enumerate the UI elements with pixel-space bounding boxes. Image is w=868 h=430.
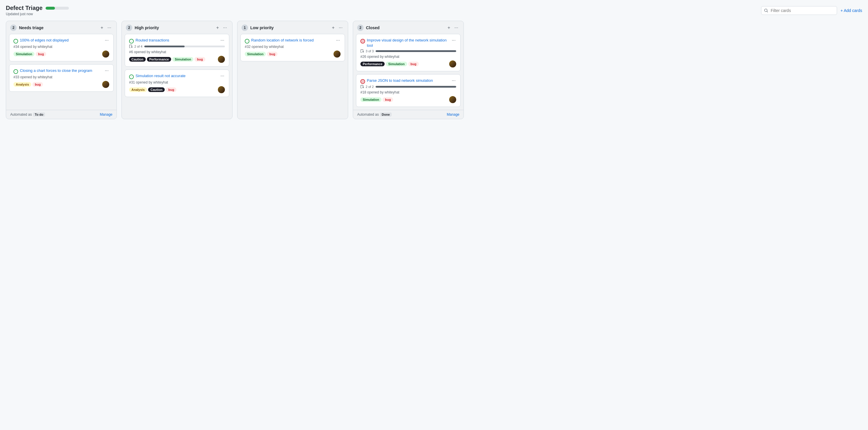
card-title[interactable]: Improve visual design of the network sim… xyxy=(367,38,451,48)
label-bug: bug xyxy=(408,62,419,66)
card-progress-row: 2 of 2 xyxy=(361,85,456,89)
card-header: Random location of network is forced ··· xyxy=(245,38,341,43)
card-icon xyxy=(245,38,249,43)
checklist-icon xyxy=(129,45,133,48)
header-title: Defect Triage xyxy=(6,5,69,11)
card-labels: CautionPerformanceSimulationbug xyxy=(129,57,205,62)
column-menu-button[interactable]: ··· xyxy=(453,25,459,31)
card-menu-button[interactable]: ··· xyxy=(451,38,456,43)
label-bug: bug xyxy=(36,52,46,56)
card-header: Closing a chart forces to close the prog… xyxy=(13,68,109,74)
card-meta: #6 opened by whiteyhat xyxy=(129,50,225,54)
app-container: Defect Triage Updated just now + Add car… xyxy=(0,0,868,125)
column-header: 2 Needs triage + ··· xyxy=(6,21,117,34)
column-needs-triage: 2 Needs triage + ··· 100% of edges not d… xyxy=(6,21,117,119)
card-menu-button[interactable]: ··· xyxy=(220,38,225,43)
card-meta: #26 opened by whiteyhat xyxy=(361,55,456,59)
card-header: 100% of edges not displayed ··· xyxy=(13,38,109,43)
column-menu-button[interactable]: ··· xyxy=(106,25,113,31)
card-title-row: Improve visual design of the network sim… xyxy=(361,38,451,48)
progress-fill xyxy=(376,86,456,88)
avatar xyxy=(218,86,225,93)
filter-input[interactable] xyxy=(761,6,837,15)
automated-badge: Done xyxy=(380,113,392,117)
column-header: 1 Low priority + ··· xyxy=(238,21,348,34)
avatar xyxy=(449,60,456,67)
card-header: Simulation result not accurate ··· xyxy=(129,73,225,79)
card-title[interactable]: Simulation result not accurate xyxy=(135,73,185,79)
avatar xyxy=(334,51,341,58)
column-footer: Automated asTo do Manage xyxy=(6,110,117,119)
card-item: Closing a chart forces to close the prog… xyxy=(9,64,114,92)
card-title[interactable]: Random location of network is forced xyxy=(251,38,314,43)
progress-text: 2 of 4 xyxy=(134,45,143,48)
card-title-row: Parse JSON to load network simulation xyxy=(361,78,433,84)
card-menu-button[interactable]: ··· xyxy=(220,73,225,79)
label-caution: Caution xyxy=(148,87,165,92)
card-item: Simulation result not accurate ··· #31 o… xyxy=(125,69,229,97)
card-menu-button[interactable]: ··· xyxy=(451,78,456,83)
add-cards-button[interactable]: + Add cards xyxy=(841,8,862,13)
checklist-icon xyxy=(361,85,364,89)
manage-link[interactable]: Manage xyxy=(100,113,113,117)
column-add-button[interactable]: + xyxy=(215,25,220,31)
card-icon xyxy=(361,79,365,84)
open-issue-icon xyxy=(129,39,134,43)
column-body: Random location of network is forced ···… xyxy=(238,34,348,119)
column-add-button[interactable]: + xyxy=(331,25,336,31)
card-title-row: Random location of network is forced xyxy=(245,38,314,43)
closed-issue-icon xyxy=(361,39,365,43)
card-meta: #31 opened by whiteyhat xyxy=(129,80,225,85)
card-item: Routed transactions ··· 2 of 4 #6 opened… xyxy=(125,34,229,67)
column-header-left: 2 Closed xyxy=(357,25,380,31)
column-header-left: 2 High priority xyxy=(126,25,159,31)
column-closed: 2 Closed + ··· Improve visual design of … xyxy=(353,21,464,119)
label-bug: bug xyxy=(194,57,205,62)
column-body: Improve visual design of the network sim… xyxy=(353,34,464,110)
card-footer: Simulationbug xyxy=(13,51,109,58)
manage-link[interactable]: Manage xyxy=(447,113,459,117)
card-title[interactable]: 100% of edges not displayed xyxy=(20,38,69,43)
card-menu-button[interactable]: ··· xyxy=(336,38,341,43)
avatar xyxy=(218,56,225,63)
board-subtitle: Updated just now xyxy=(6,12,69,16)
card-icon xyxy=(13,69,18,74)
card-footer: CautionPerformanceSimulationbug xyxy=(129,56,225,63)
column-body: Routed transactions ··· 2 of 4 #6 opened… xyxy=(122,34,232,119)
card-title[interactable]: Routed transactions xyxy=(135,38,169,43)
header-left: Defect Triage Updated just now xyxy=(6,5,69,16)
card-title-row: Simulation result not accurate xyxy=(129,73,185,79)
label-analysis: Analysis xyxy=(129,87,147,92)
card-labels: PerformanceSimulationbug xyxy=(361,62,419,66)
column-header-left: 2 Needs triage xyxy=(10,25,43,31)
card-title-row: Routed transactions xyxy=(129,38,169,43)
card-meta: #34 opened by whiteyhat xyxy=(13,45,109,49)
card-title[interactable]: Parse JSON to load network simulation xyxy=(367,78,433,83)
column-low-priority: 1 Low priority + ··· Random location of … xyxy=(237,21,348,119)
label-performance: Performance xyxy=(147,57,171,62)
card-progress-row: 3 of 3 xyxy=(361,49,456,53)
open-issue-icon xyxy=(129,74,134,79)
column-count: 2 xyxy=(10,25,17,31)
open-issue-icon xyxy=(245,39,249,43)
card-footer: Analysisbug xyxy=(13,81,109,88)
card-menu-button[interactable]: ··· xyxy=(104,38,109,43)
label-bug: bug xyxy=(32,82,43,87)
column-menu-button[interactable]: ··· xyxy=(222,25,228,31)
card-title[interactable]: Closing a chart forces to close the prog… xyxy=(20,68,92,73)
column-header-right: + ··· xyxy=(331,25,344,31)
board-title: Defect Triage xyxy=(6,5,43,11)
column-add-button[interactable]: + xyxy=(446,25,451,31)
card-labels: Simulationbug xyxy=(361,97,393,102)
card-menu-button[interactable]: ··· xyxy=(104,68,109,73)
avatar xyxy=(102,81,109,88)
progress-text: 2 of 2 xyxy=(366,85,374,89)
column-add-button[interactable]: + xyxy=(99,25,104,31)
card-item: Improve visual design of the network sim… xyxy=(356,34,461,71)
label-bug: bug xyxy=(166,87,177,92)
card-header: Routed transactions ··· xyxy=(129,38,225,43)
column-header-right: + ··· xyxy=(99,25,113,31)
column-menu-button[interactable]: ··· xyxy=(338,25,344,31)
avatar xyxy=(449,96,456,103)
column-footer: Automated asDone Manage xyxy=(353,110,464,119)
